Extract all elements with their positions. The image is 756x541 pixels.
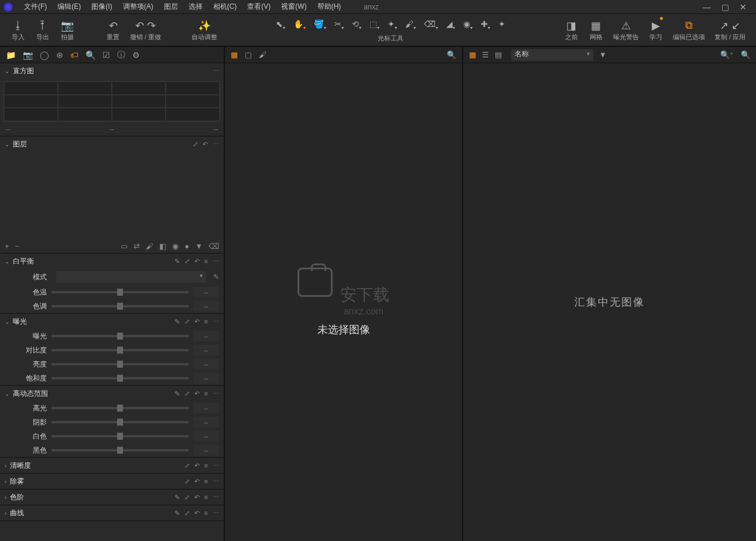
crop-tool-icon[interactable]: ✂▾ [334, 19, 344, 30]
check-tab-icon[interactable]: ☑ [102, 50, 110, 60]
brush-tool-icon[interactable]: 🖌▾ [405, 19, 416, 30]
eraser-tool-icon[interactable]: ⌫▾ [424, 19, 438, 30]
exposure-warning-button[interactable]: ⚠曝光警告 [610, 16, 642, 44]
search-icon[interactable]: 🔍⁺ [720, 50, 734, 59]
venn-tab-icon[interactable]: ⊛ [56, 50, 63, 60]
sort-select[interactable]: 名称 [511, 49, 593, 61]
saturation-slider[interactable] [52, 377, 189, 379]
luma-icon[interactable]: ● [184, 242, 189, 251]
copy-icon[interactable]: ≡ [204, 258, 208, 265]
expand-icon[interactable]: ⤢ [184, 258, 190, 265]
erase-icon[interactable]: ⌫ [208, 242, 219, 251]
copy-apply-button[interactable]: ↗ ↙复制 / 应用 [711, 16, 749, 44]
radial-icon[interactable]: ◉ [172, 242, 179, 251]
learn-button[interactable]: ▶学习 [645, 16, 667, 44]
export-button[interactable]: ⭱导出 [32, 16, 54, 44]
grid-view-icon[interactable]: ▦ [231, 50, 238, 59]
layers-header[interactable]: ⌄ 图层 ⤢ ↶ ⋯ [0, 136, 224, 152]
undo-icon[interactable]: ↶ [194, 258, 200, 265]
curves-header[interactable]: ›曲线✎⤢↶≡⋯ [0, 505, 224, 521]
menu-layer[interactable]: 图层 [159, 2, 183, 12]
mode-select[interactable] [56, 271, 206, 283]
search-tab-icon[interactable]: 🔍 [85, 50, 95, 60]
hand-tool-icon[interactable]: ✋▾ [293, 19, 306, 30]
highlight-slider[interactable] [52, 407, 189, 409]
undo-icon[interactable]: ↶ [194, 390, 200, 398]
close-button[interactable]: ✕ [740, 2, 747, 12]
black-slider[interactable] [52, 449, 189, 451]
pen-icon[interactable]: ✎ [175, 390, 180, 398]
gear-tab-icon[interactable]: ⚙ [132, 50, 140, 60]
single-view-icon[interactable]: ▢ [245, 50, 252, 59]
grid-button[interactable]: ▦网格 [585, 16, 607, 44]
camera-tab-icon[interactable]: 📷 [23, 50, 33, 60]
menu-help[interactable]: 帮助(H) [312, 2, 347, 12]
rotate-tool-icon[interactable]: ⟲▾ [352, 19, 361, 30]
tint-value[interactable]: -- [193, 301, 219, 311]
gradient-tool-icon[interactable]: ◢▾ [446, 19, 455, 30]
import-button[interactable]: ⭳导入 [7, 16, 29, 44]
mask-icon[interactable]: ▭ [121, 242, 128, 251]
heal-tool-icon[interactable]: ✚▾ [481, 19, 490, 30]
minimize-button[interactable]: — [703, 2, 711, 12]
pointer-tool-icon[interactable]: ⬉▾ [276, 19, 285, 30]
radial-tool-icon[interactable]: ◉▾ [463, 19, 473, 30]
info-tab-icon[interactable]: ⓘ [117, 50, 125, 60]
panel-menu-icon[interactable]: ⋯ [213, 390, 219, 398]
brush-icon[interactable]: 🖌 [146, 242, 153, 251]
contrast-slider[interactable] [52, 349, 189, 351]
spot-tool-icon[interactable]: ✦▾ [388, 19, 397, 30]
menu-edit[interactable]: 编辑(E) [52, 2, 86, 12]
copy-icon[interactable]: ≡ [204, 318, 208, 326]
undo-redo-button[interactable]: ↶ ↷撤销 / 重做 [126, 16, 165, 44]
panel-menu-icon[interactable]: ⋯ [213, 141, 219, 148]
reset-button[interactable]: ↶重置 [102, 16, 124, 44]
list-icon[interactable]: ☰ [482, 50, 489, 59]
shadow-slider[interactable] [52, 421, 189, 423]
undo-icon[interactable]: ↶ [203, 141, 208, 148]
filter-icon[interactable]: ▼ [599, 50, 607, 59]
temperature-value[interactable]: -- [193, 287, 219, 297]
swap-icon[interactable]: ⇄ [134, 242, 140, 251]
detail-icon[interactable]: ▤ [495, 50, 502, 59]
edit-selected-button[interactable]: ⧉编辑已选项 [669, 16, 709, 44]
add-layer-icon[interactable]: + [5, 242, 9, 251]
zoom-icon[interactable]: 🔍 [447, 50, 456, 59]
menu-adjust[interactable]: 调整项(A) [118, 2, 159, 12]
tag-tab-icon[interactable]: 🏷 [70, 50, 78, 60]
keystone-tool-icon[interactable]: ⬚▾ [370, 19, 379, 30]
thumb-grid-icon[interactable]: ▦ [469, 50, 476, 59]
expand-icon[interactable]: ⤢ [184, 318, 190, 326]
folder-tab-icon[interactable]: 📁 [6, 50, 16, 60]
menu-select[interactable]: 选择 [183, 2, 208, 12]
find-icon[interactable]: 🔍 [741, 50, 750, 59]
brush-view-icon[interactable]: 🖌 [259, 50, 266, 59]
pen-icon[interactable]: ✎ [175, 318, 180, 326]
exposure-slider[interactable] [52, 335, 189, 337]
exposure-header[interactable]: ⌄ 曝光 ✎⤢↶≡⋯ [0, 314, 224, 329]
clarity-header[interactable]: ›清晰度⤢↶≡⋯ [0, 458, 224, 473]
copy-icon[interactable]: ≡ [204, 390, 208, 398]
menu-file[interactable]: 文件(F) [19, 2, 52, 12]
gradient-icon[interactable]: ◧ [159, 242, 166, 251]
before-button[interactable]: ◨之前 [560, 16, 583, 44]
expand-icon[interactable]: ⤢ [184, 390, 190, 398]
circle-tab-icon[interactable]: ◯ [40, 50, 49, 60]
white-balance-header[interactable]: ⌄ 白平衡 ✎ ⤢ ↶ ≡ ⋯ [0, 254, 224, 269]
menu-camera[interactable]: 相机(C) [208, 2, 242, 12]
fill-tool-icon[interactable]: 🪣▾ [314, 19, 326, 30]
undo-icon[interactable]: ↶ [194, 318, 200, 326]
menu-window[interactable]: 视窗(W) [276, 2, 312, 12]
menu-view[interactable]: 查看(V) [242, 2, 276, 12]
magic-tool-icon[interactable]: ✦ [498, 19, 505, 30]
pen-icon[interactable]: ✎ [175, 258, 180, 265]
panel-menu-icon[interactable]: ⋯ [213, 67, 219, 75]
expand-icon[interactable]: ⤢ [193, 141, 198, 148]
remove-layer-icon[interactable]: − [15, 242, 20, 251]
hdr-header[interactable]: ⌄ 高动态范围 ✎⤢↶≡⋯ [0, 386, 224, 401]
white-slider[interactable] [52, 435, 189, 437]
levels-header[interactable]: ›色阶✎⤢↶≡⋯ [0, 489, 224, 505]
eyedropper-icon[interactable]: ✎ [213, 273, 219, 281]
panel-menu-icon[interactable]: ⋯ [213, 318, 219, 326]
stamp-icon[interactable]: ▼ [195, 242, 203, 251]
